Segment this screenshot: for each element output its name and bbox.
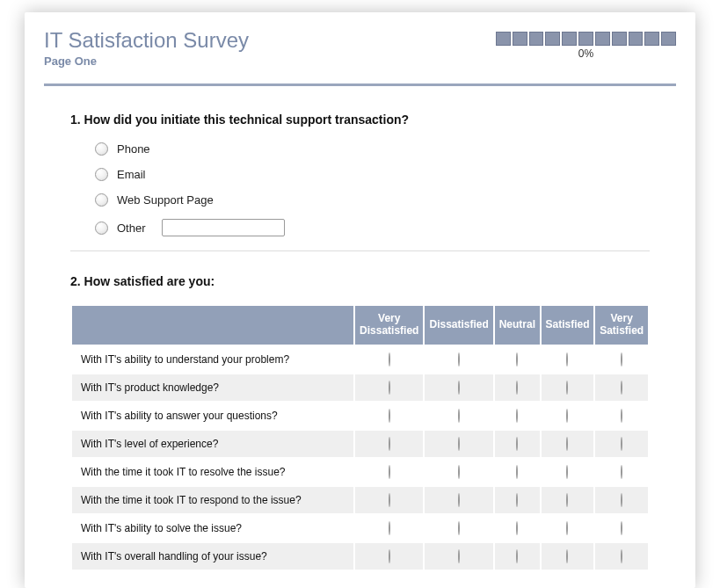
matrix-cell [355,431,423,457]
radio-button[interactable] [389,381,390,395]
radio-button[interactable] [621,352,622,367]
matrix-cell [355,374,423,401]
radio-button[interactable] [95,193,108,207]
radio-button[interactable] [621,465,622,479]
radio-button[interactable] [621,409,622,423]
radio-button[interactable] [458,549,460,563]
q2-text: How satisfied are you: [84,274,215,288]
progress-bar-container: 0% [496,28,676,60]
radio-button[interactable] [458,381,460,395]
radio-button[interactable] [566,465,568,479]
radio-button[interactable] [516,493,518,507]
matrix-cell [425,346,492,373]
page-label: Page One [44,54,496,68]
matrix-cell [425,543,492,570]
progress-segment [595,32,610,46]
q1-option-label: Phone [117,142,150,156]
matrix-row: With IT's ability to answer your questio… [72,403,648,429]
radio-button[interactable] [95,142,108,156]
radio-button[interactable] [389,549,390,563]
radio-button[interactable] [389,493,390,507]
matrix-column-header: Satisfied [542,306,594,345]
radio-button[interactable] [458,437,460,451]
radio-button[interactable] [389,437,390,451]
matrix-corner-cell [72,306,353,345]
q1-option-row: Other [95,219,650,236]
matrix-cell [595,374,648,401]
q1-other-input[interactable] [162,219,285,236]
radio-button[interactable] [516,437,518,451]
radio-button[interactable] [516,549,518,563]
matrix-cell [355,515,423,541]
matrix-cell [425,431,492,457]
matrix-cell [542,515,594,541]
matrix-cell [495,543,540,570]
matrix-row: With IT's overall handling of your issue… [72,543,648,570]
matrix-row: With IT's level of experience? [72,431,648,457]
radio-button[interactable] [566,381,568,395]
progress-segment [529,32,544,46]
radio-button[interactable] [95,221,108,235]
matrix-cell [595,431,648,457]
radio-button[interactable] [516,352,518,367]
radio-button[interactable] [389,352,390,367]
matrix-cell [495,515,540,541]
matrix-cell [425,403,492,429]
matrix-cell [495,403,540,429]
radio-button[interactable] [389,465,390,479]
progress-segment [562,32,577,46]
matrix-row-label: With IT's ability to solve the issue? [72,515,353,541]
matrix-cell [542,346,594,373]
radio-button[interactable] [458,409,460,423]
matrix-cell [425,459,492,485]
matrix-row: With IT's ability to understand your pro… [72,346,648,373]
radio-button[interactable] [389,521,390,535]
matrix-cell [355,403,423,429]
matrix-cell [495,431,540,457]
q1-option-label: Email [117,168,146,181]
radio-button[interactable] [621,493,622,507]
question-1: 1. How did you initiate this technical s… [70,113,650,236]
matrix-column-header: VeryDissatisfied [355,306,423,345]
radio-button[interactable] [621,521,622,535]
radio-button[interactable] [621,549,622,563]
radio-button[interactable] [516,465,518,479]
radio-button[interactable] [516,521,518,535]
q1-option-label: Other [117,221,146,235]
radio-button[interactable] [389,409,390,423]
radio-button[interactable] [566,493,568,507]
matrix-row-label: With the time it took IT to resolve the … [72,459,353,485]
radio-button[interactable] [566,521,568,535]
radio-button[interactable] [516,409,518,423]
radio-button[interactable] [566,437,568,451]
progress-bar [496,32,676,46]
radio-button[interactable] [621,437,622,451]
radio-button[interactable] [566,409,568,423]
radio-button[interactable] [566,549,568,563]
matrix-row: With the time it took IT to resolve the … [72,459,648,485]
matrix-cell [595,515,648,541]
matrix-row-label: With IT's ability to understand your pro… [72,346,353,373]
matrix-column-header: Dissatisfied [425,306,492,345]
matrix-row-label: With IT's level of experience? [72,431,353,457]
radio-button[interactable] [458,521,460,535]
radio-button[interactable] [95,168,108,181]
matrix-row: With IT's ability to solve the issue? [72,515,648,541]
radio-button[interactable] [621,381,622,395]
radio-button[interactable] [566,352,568,367]
q2-matrix: VeryDissatisfiedDissatisfiedNeutralSatis… [70,304,650,571]
matrix-column-header: Neutral [495,306,540,345]
matrix-cell [355,346,423,373]
matrix-cell [425,515,492,541]
matrix-cell [542,487,594,513]
radio-button[interactable] [458,352,460,367]
progress-segment [661,32,676,46]
radio-button[interactable] [516,381,518,395]
radio-button[interactable] [458,493,460,507]
matrix-cell [542,431,594,457]
matrix-cell [595,487,648,513]
survey-page: IT Satisfaction Survey Page One 0% 1. Ho… [25,12,695,588]
progress-segment [513,32,527,46]
matrix-cell [595,346,648,373]
radio-button[interactable] [458,465,460,479]
